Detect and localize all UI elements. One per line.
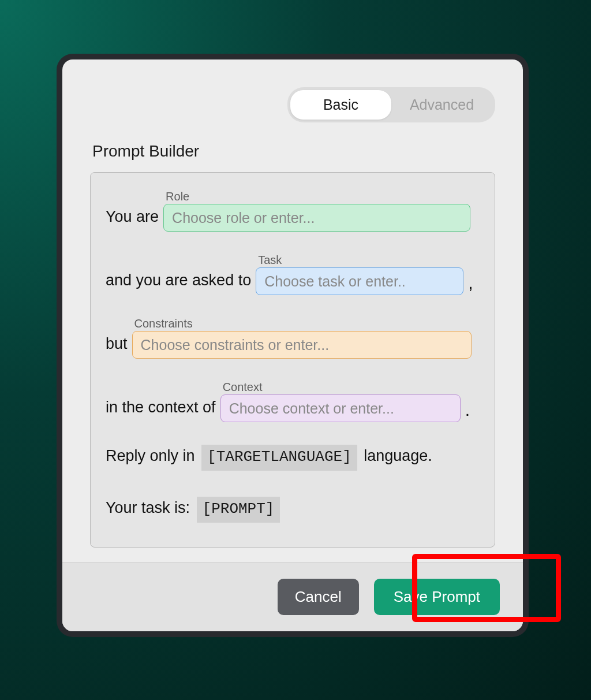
comma-after-task: ,	[468, 273, 473, 295]
prompt-builder-dialog: Basic Advanced Prompt Builder You are Ro…	[62, 59, 523, 631]
role-label: Role	[163, 190, 470, 203]
dialog-footer: Cancel Save Prompt	[62, 562, 523, 631]
cancel-button[interactable]: Cancel	[278, 579, 359, 615]
context-label: Context	[220, 381, 461, 394]
row-context: in the context of Context .	[106, 381, 480, 422]
row-constraints: but Constraints	[106, 317, 480, 359]
constraints-label: Constraints	[132, 317, 472, 330]
row-task: and you are asked to Task ,	[106, 254, 480, 295]
row-role: You are Role	[106, 190, 480, 232]
text-reply-only: Reply only in [TARGETLANGUAGE] language.	[106, 444, 432, 474]
section-title: Prompt Builder	[92, 142, 495, 161]
target-language-token: [TARGETLANGUAGE]	[201, 445, 357, 471]
row-language: Reply only in [TARGETLANGUAGE] language.	[106, 444, 480, 474]
text-but: but	[106, 332, 128, 359]
tab-basic[interactable]: Basic	[290, 90, 391, 120]
text-asked-to: and you are asked to	[106, 269, 251, 296]
save-prompt-button[interactable]: Save Prompt	[374, 579, 500, 615]
task-label: Task	[256, 254, 463, 267]
reply-prefix: Reply only in	[106, 447, 195, 464]
context-input[interactable]	[220, 394, 461, 422]
row-prompt: Your task is: [PROMPT]	[106, 496, 480, 526]
role-input[interactable]	[163, 204, 470, 232]
builder-box: You are Role and you are asked to Task ,	[90, 172, 495, 548]
text-you-are: You are	[106, 205, 159, 232]
prompt-token: [PROMPT]	[197, 497, 280, 523]
dialog-frame: Basic Advanced Prompt Builder You are Ro…	[57, 54, 529, 637]
task-line-prefix: Your task is:	[106, 499, 190, 516]
task-input[interactable]	[256, 267, 463, 295]
constraints-field-wrap: Constraints	[132, 317, 472, 359]
text-your-task-is: Your task is: [PROMPT]	[106, 496, 282, 526]
role-field-wrap: Role	[163, 190, 470, 232]
tab-advanced[interactable]: Advanced	[391, 90, 492, 120]
mode-tab-switch: Basic Advanced	[287, 87, 495, 122]
context-field-wrap: Context	[220, 381, 461, 422]
text-context-of: in the context of	[106, 396, 216, 423]
period-after-context: .	[465, 400, 470, 422]
reply-suffix: language.	[364, 447, 432, 464]
task-field-wrap: Task	[256, 254, 463, 295]
dialog-body: Basic Advanced Prompt Builder You are Ro…	[62, 59, 523, 562]
constraints-input[interactable]	[132, 331, 472, 359]
